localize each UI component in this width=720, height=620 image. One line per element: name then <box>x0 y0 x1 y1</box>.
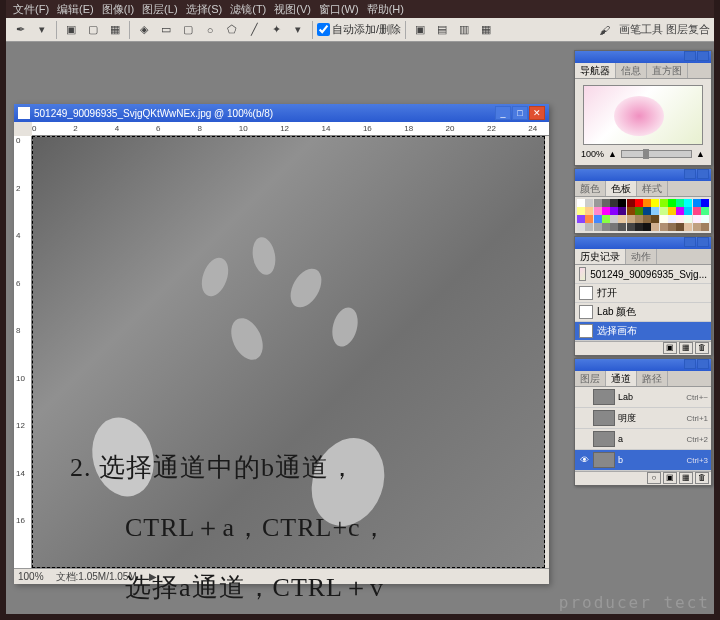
swatch[interactable] <box>577 223 585 231</box>
tab-layers[interactable]: 图层 <box>575 371 606 386</box>
swatch[interactable] <box>651 199 659 207</box>
swatch[interactable] <box>643 207 651 215</box>
swatch[interactable] <box>594 215 602 223</box>
swatch[interactable] <box>701 207 709 215</box>
swatch[interactable] <box>668 199 676 207</box>
tab-channels[interactable]: 通道 <box>606 371 637 386</box>
panel-titlebar[interactable] <box>575 169 711 181</box>
swatch[interactable] <box>693 215 701 223</box>
pen-tool-icon[interactable]: ✒ <box>10 20 30 40</box>
shape-options-icon[interactable]: ▾ <box>288 20 308 40</box>
rounded-rect-icon[interactable]: ▢ <box>178 20 198 40</box>
swatch[interactable] <box>602 223 610 231</box>
auto-add-checkbox[interactable] <box>317 23 330 36</box>
navigator-thumbnail[interactable] <box>583 85 703 145</box>
swatch[interactable] <box>627 215 635 223</box>
swatch[interactable] <box>668 223 676 231</box>
swatch[interactable] <box>676 199 684 207</box>
swatch[interactable] <box>610 199 618 207</box>
swatch[interactable] <box>635 199 643 207</box>
swatch[interactable] <box>602 207 610 215</box>
swatch[interactable] <box>610 215 618 223</box>
swatch[interactable] <box>594 199 602 207</box>
rectangle-icon[interactable]: ▭ <box>156 20 176 40</box>
history-item[interactable]: Lab 颜色 <box>575 303 711 322</box>
swatch[interactable] <box>668 207 676 215</box>
path-op3-icon[interactable]: ▥ <box>454 20 474 40</box>
line-icon[interactable]: ╱ <box>244 20 264 40</box>
paths-icon[interactable]: ▢ <box>83 20 103 40</box>
swatch[interactable] <box>684 199 692 207</box>
polygon-icon[interactable]: ⬠ <box>222 20 242 40</box>
menu-image[interactable]: 图像(I) <box>99 2 137 17</box>
close-button[interactable]: ✕ <box>529 106 545 120</box>
path-op1-icon[interactable]: ▣ <box>410 20 430 40</box>
zoom-out-icon[interactable]: ▲ <box>608 149 617 159</box>
visibility-icon[interactable]: 👁 <box>578 455 590 465</box>
swatch[interactable] <box>585 215 593 223</box>
menu-edit[interactable]: 编辑(E) <box>54 2 97 17</box>
tab-styles[interactable]: 样式 <box>637 181 668 196</box>
menu-filter[interactable]: 滤镜(T) <box>227 2 269 17</box>
tab-paths[interactable]: 路径 <box>637 371 668 386</box>
tab-info[interactable]: 信息 <box>616 63 647 78</box>
swatch[interactable] <box>627 199 635 207</box>
swatch[interactable] <box>602 199 610 207</box>
path-op2-icon[interactable]: ▤ <box>432 20 452 40</box>
channel-row[interactable]: LabCtrl+~ <box>575 387 711 408</box>
history-source[interactable]: 501249_90096935_Svjg... <box>575 265 711 284</box>
nav-zoom-value[interactable]: 100% <box>581 149 604 159</box>
swatch[interactable] <box>585 199 593 207</box>
channel-row[interactable]: 👁bCtrl+3 <box>575 450 711 471</box>
swatch[interactable] <box>594 207 602 215</box>
minimize-button[interactable]: _ <box>495 106 511 120</box>
swatch[interactable] <box>651 215 659 223</box>
swatch[interactable] <box>610 223 618 231</box>
swatch[interactable] <box>635 223 643 231</box>
swatch[interactable] <box>676 215 684 223</box>
ellipse-icon[interactable]: ○ <box>200 20 220 40</box>
auto-add-delete-checkbox[interactable]: 自动添加/删除 <box>317 22 401 37</box>
swatch[interactable] <box>635 215 643 223</box>
pen-icon[interactable]: ◈ <box>134 20 154 40</box>
panel-titlebar[interactable] <box>575 51 711 63</box>
path-op4-icon[interactable]: ▦ <box>476 20 496 40</box>
custom-shape-icon[interactable]: ✦ <box>266 20 286 40</box>
new-channel-icon[interactable]: ▦ <box>679 472 693 484</box>
tab-swatches[interactable]: 色板 <box>606 181 637 196</box>
history-item[interactable]: 打开 <box>575 284 711 303</box>
fill-pixels-icon[interactable]: ▦ <box>105 20 125 40</box>
canvas[interactable] <box>32 136 545 568</box>
swatch[interactable] <box>643 223 651 231</box>
swatch[interactable] <box>693 223 701 231</box>
panel-titlebar[interactable] <box>575 359 711 371</box>
channel-row[interactable]: aCtrl+2 <box>575 429 711 450</box>
menu-window[interactable]: 窗口(W) <box>316 2 362 17</box>
swatch[interactable] <box>643 215 651 223</box>
swatch[interactable] <box>610 207 618 215</box>
tab-actions[interactable]: 动作 <box>626 249 657 264</box>
swatch[interactable] <box>577 215 585 223</box>
ruler-horizontal[interactable]: 0 2 4 6 8 10 12 14 16 18 20 22 24 <box>32 122 549 136</box>
minimize-icon[interactable] <box>684 359 696 369</box>
tab-history[interactable]: 历史记录 <box>575 249 626 264</box>
tab-histogram[interactable]: 直方图 <box>647 63 688 78</box>
swatch[interactable] <box>701 223 709 231</box>
trash-icon[interactable]: 🗑 <box>695 472 709 484</box>
palette-well-icon[interactable]: 🖌 <box>595 20 615 40</box>
close-icon[interactable] <box>697 359 709 369</box>
new-snapshot-icon[interactable]: ▦ <box>679 342 693 354</box>
trash-icon[interactable]: 🗑 <box>695 342 709 354</box>
swatch[interactable] <box>668 215 676 223</box>
close-icon[interactable] <box>697 237 709 247</box>
swatch[interactable] <box>651 223 659 231</box>
shape-layers-icon[interactable]: ▣ <box>61 20 81 40</box>
minimize-icon[interactable] <box>684 237 696 247</box>
swatch[interactable] <box>676 223 684 231</box>
swatch[interactable] <box>693 199 701 207</box>
swatch[interactable] <box>701 199 709 207</box>
zoom-in-icon[interactable]: ▲ <box>696 149 705 159</box>
minimize-icon[interactable] <box>684 51 696 61</box>
history-item-selected[interactable]: 选择画布 <box>575 322 711 341</box>
swatch[interactable] <box>701 215 709 223</box>
